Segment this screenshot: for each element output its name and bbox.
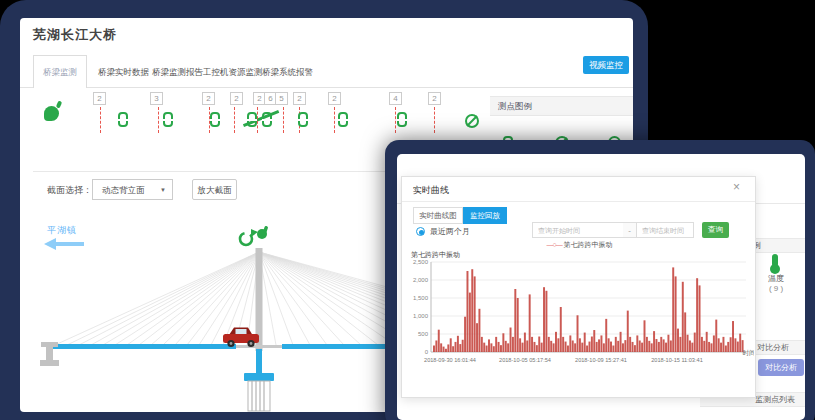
chart-bar [605,319,607,352]
chart-bar [505,341,507,352]
chart-bar [591,337,593,352]
chart-bar [646,337,648,352]
chain-sensor-icon[interactable] [262,112,272,127]
chart-bar [555,332,557,352]
main-tabbar: 桥梁监测 桥梁实时数据 桥梁监测报告 工控机资源监测 桥梁系统报警 [20,55,633,88]
chain-sensor-icon[interactable] [247,112,257,127]
chart-bar [734,338,736,352]
tab-monitor-report[interactable]: 桥梁监测报告 [152,67,203,79]
chart-bar [593,330,595,352]
chart-legend: —○— 第七跨跨中振动 [402,240,757,250]
chart-bar [600,335,602,352]
compare-analysis-button[interactable]: 对比分析 [758,359,804,376]
bridge-deck-left [53,344,236,349]
sensor-count-badge: 2 [202,92,215,105]
tab-monitor-playback[interactable]: 监控回放 [463,207,507,224]
chart-bar [596,342,598,352]
chart-bar [584,333,586,352]
chart-bar [553,343,555,352]
chart-bar [672,267,674,352]
chain-sensor-icon[interactable] [163,112,173,127]
chart-bar [481,337,483,352]
chevron-down-icon: ▼ [160,180,166,200]
sensor-marker-dash [334,107,335,133]
chart-bar [545,291,547,352]
x-tick-label: 2018-10-05 05:17:54 [499,357,551,363]
chain-sensor-icon[interactable] [210,112,220,127]
query-start-time-input[interactable] [532,222,624,238]
enlarge-section-button[interactable]: 放大截面 [192,179,237,200]
sensor-marker-dash [158,107,159,133]
sensor-marker-dash [395,107,396,133]
chart-bar [517,298,519,352]
sensor-marker-dash [434,107,435,133]
y-tick-label: 2,500 [413,259,429,265]
chart-bar [718,338,720,352]
close-icon[interactable]: × [733,181,740,193]
chart-bar [699,285,701,352]
chart-bar [682,282,684,352]
section-select-value: 动态背立面 [102,185,145,195]
tower-top-sensor-icons[interactable] [240,226,268,245]
chart-bar [490,343,492,352]
sensor-count-badge: 2 [428,92,441,105]
chain-sensor-icon[interactable] [298,112,308,127]
chart-bar [512,337,514,352]
sensor-count-badge: 2 [93,92,106,105]
chart-bar [543,287,545,352]
chart-bar [524,333,526,352]
chart-bar [514,289,516,352]
chart-bar [469,293,471,352]
chain-sensor-icon[interactable] [338,112,348,127]
chain-sensor-icon[interactable] [118,112,128,127]
sensor-count-badge: 4 [389,92,402,105]
query-end-time-input[interactable] [636,222,694,238]
section-select-dropdown[interactable]: 动态背立面 ▼ [92,179,173,200]
chart-bar [615,337,617,352]
tab-realtime-data[interactable]: 桥梁实时数据 [98,67,149,79]
chart-bar [526,340,528,352]
chart-bar [711,343,713,352]
chart-bar [495,337,497,352]
chart-bar [478,309,480,352]
sensor-marker-dash [234,107,235,133]
chart-bar [455,342,457,352]
bridge-pier-shaft [256,349,262,375]
chart-bar [579,338,581,352]
last-two-months-radio[interactable] [416,227,425,236]
tab-system-alarm[interactable]: 桥梁系统报警 [262,67,313,79]
modal-header-divider [402,201,755,202]
no-entry-icon[interactable] [465,114,479,128]
chart-bar [498,342,500,352]
point-list-section-header-label: 监测点列表 [755,395,795,404]
chain-sensor-icon[interactable] [397,112,407,127]
chart-bar [708,342,710,352]
chart-bar [696,278,698,352]
tab-curve-preview[interactable]: 实时曲线图 [413,207,463,224]
chart-bar [653,331,655,352]
chart-bar [624,340,626,352]
chart-bar [452,346,454,352]
chart-bar [627,311,629,352]
chart-bar [569,335,571,352]
chart-bar [529,294,531,352]
pin-icon[interactable] [44,106,59,121]
chart-bar [464,317,466,352]
vibration-chart: 05001,0001,5002,0002,5002018-09-30 16:01… [409,258,754,373]
query-button[interactable]: 查询 [702,222,729,238]
chart-bar [703,341,705,352]
chart-bar [648,341,650,352]
chart-bar [589,342,591,352]
tab-bridge-monitor[interactable]: 桥梁监测 [33,55,87,88]
chart-bar [522,343,524,352]
chart-bar [560,307,562,352]
chart-bar [581,343,583,352]
chart-bar [706,332,708,352]
video-monitor-button[interactable]: 视频监控 [583,56,629,74]
chart-bar [531,337,533,352]
chart-bar [443,347,445,352]
chart-bar [435,340,437,352]
chart-bar [684,312,686,352]
tab-ipc-resource[interactable]: 工控机资源监测 [203,67,263,79]
thermometer-icon[interactable] [772,254,778,267]
